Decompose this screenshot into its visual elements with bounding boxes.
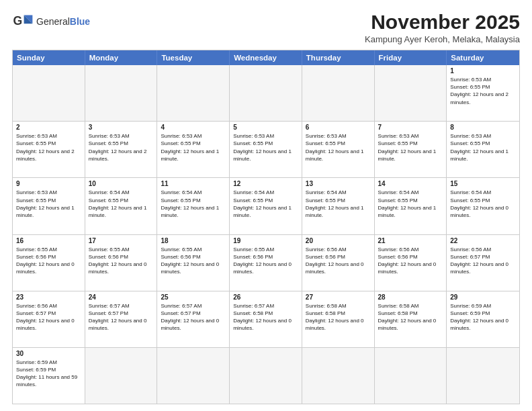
calendar-row-2: 2Sunrise: 6:53 AM Sunset: 6:55 PM Daylig… (13, 122, 519, 178)
day-number: 13 (306, 180, 371, 187)
day-info: Sunrise: 6:57 AM Sunset: 6:57 PM Dayligh… (89, 302, 154, 332)
day-number: 22 (450, 237, 516, 244)
header: G GeneralBlue November 2025 Kampung Ayer… (12, 11, 520, 44)
day-cell-15: 15Sunrise: 6:54 AM Sunset: 6:55 PM Dayli… (447, 178, 519, 234)
day-cell-5: 5Sunrise: 6:53 AM Sunset: 6:55 PM Daylig… (230, 122, 302, 177)
day-number: 26 (233, 293, 298, 301)
day-cell-25: 25Sunrise: 6:57 AM Sunset: 6:57 PM Dayli… (157, 291, 230, 347)
day-number: 27 (306, 293, 371, 301)
day-info: Sunrise: 6:54 AM Sunset: 6:55 PM Dayligh… (306, 189, 371, 219)
day-header-thursday: Thursday (302, 50, 375, 65)
calendar-body: 1Sunrise: 6:53 AM Sunset: 6:55 PM Daylig… (13, 65, 519, 404)
day-number: 29 (450, 293, 516, 301)
logo-text: GeneralBlue (36, 16, 90, 28)
day-number: 10 (89, 180, 154, 187)
day-cell-21: 21Sunrise: 6:56 AM Sunset: 6:56 PM Dayli… (375, 235, 447, 291)
day-info: Sunrise: 6:56 AM Sunset: 6:56 PM Dayligh… (306, 246, 371, 276)
day-cell-24: 24Sunrise: 6:57 AM Sunset: 6:57 PM Dayli… (85, 291, 158, 347)
empty-cell (157, 348, 230, 404)
day-cell-28: 28Sunrise: 6:58 AM Sunset: 6:58 PM Dayli… (375, 291, 447, 347)
day-cell-1: 1Sunrise: 6:53 AM Sunset: 6:55 PM Daylig… (447, 65, 519, 121)
empty-cell (302, 348, 375, 404)
day-cell-8: 8Sunrise: 6:53 AM Sunset: 6:55 PM Daylig… (447, 122, 519, 177)
day-number: 18 (161, 237, 226, 244)
day-info: Sunrise: 6:53 AM Sunset: 6:55 PM Dayligh… (378, 132, 443, 163)
empty-cell (302, 65, 375, 121)
day-cell-10: 10Sunrise: 6:54 AM Sunset: 6:55 PM Dayli… (85, 178, 158, 234)
day-number: 15 (450, 180, 516, 187)
day-info: Sunrise: 6:55 AM Sunset: 6:56 PM Dayligh… (16, 246, 81, 276)
day-header-wednesday: Wednesday (230, 50, 302, 65)
day-cell-13: 13Sunrise: 6:54 AM Sunset: 6:55 PM Dayli… (302, 178, 375, 234)
day-cell-6: 6Sunrise: 6:53 AM Sunset: 6:55 PM Daylig… (302, 122, 375, 177)
day-number: 1 (450, 67, 516, 75)
day-number: 19 (233, 237, 298, 244)
day-cell-4: 4Sunrise: 6:53 AM Sunset: 6:55 PM Daylig… (157, 122, 230, 177)
day-info: Sunrise: 6:58 AM Sunset: 6:58 PM Dayligh… (306, 302, 371, 332)
day-info: Sunrise: 6:56 AM Sunset: 6:57 PM Dayligh… (450, 246, 516, 276)
day-cell-26: 26Sunrise: 6:57 AM Sunset: 6:58 PM Dayli… (230, 291, 302, 347)
day-number: 3 (89, 124, 154, 131)
day-number: 23 (16, 293, 81, 301)
day-info: Sunrise: 6:54 AM Sunset: 6:55 PM Dayligh… (161, 189, 226, 219)
empty-cell (375, 65, 447, 121)
day-info: Sunrise: 6:54 AM Sunset: 6:55 PM Dayligh… (450, 189, 516, 219)
day-cell-2: 2Sunrise: 6:53 AM Sunset: 6:55 PM Daylig… (13, 122, 85, 177)
day-number: 25 (161, 293, 226, 301)
day-cell-30: 30Sunrise: 6:59 AM Sunset: 6:59 PM Dayli… (13, 348, 85, 404)
empty-cell (447, 348, 519, 404)
day-cell-17: 17Sunrise: 6:55 AM Sunset: 6:56 PM Dayli… (85, 235, 158, 291)
day-info: Sunrise: 6:57 AM Sunset: 6:58 PM Dayligh… (233, 302, 298, 332)
generalblue-logo-icon: G (12, 11, 34, 32)
day-number: 11 (161, 180, 226, 187)
day-cell-18: 18Sunrise: 6:55 AM Sunset: 6:56 PM Dayli… (157, 235, 230, 291)
day-info: Sunrise: 6:59 AM Sunset: 6:59 PM Dayligh… (450, 302, 516, 332)
day-header-saturday: Saturday (447, 50, 519, 65)
day-info: Sunrise: 6:53 AM Sunset: 6:55 PM Dayligh… (450, 132, 516, 163)
calendar-row-4: 16Sunrise: 6:55 AM Sunset: 6:56 PM Dayli… (13, 235, 519, 291)
day-info: Sunrise: 6:53 AM Sunset: 6:55 PM Dayligh… (450, 76, 516, 106)
day-cell-9: 9Sunrise: 6:53 AM Sunset: 6:55 PM Daylig… (13, 178, 85, 234)
day-cell-3: 3Sunrise: 6:53 AM Sunset: 6:55 PM Daylig… (85, 122, 158, 177)
day-header-tuesday: Tuesday (157, 50, 230, 65)
day-cell-11: 11Sunrise: 6:54 AM Sunset: 6:55 PM Dayli… (157, 178, 230, 234)
day-number: 5 (233, 124, 298, 131)
day-info: Sunrise: 6:59 AM Sunset: 6:59 PM Dayligh… (16, 359, 81, 389)
day-number: 4 (161, 124, 226, 131)
day-cell-16: 16Sunrise: 6:55 AM Sunset: 6:56 PM Dayli… (13, 235, 85, 291)
month-title: November 2025 (365, 11, 520, 33)
day-info: Sunrise: 6:53 AM Sunset: 6:55 PM Dayligh… (16, 189, 81, 219)
day-cell-14: 14Sunrise: 6:54 AM Sunset: 6:55 PM Dayli… (375, 178, 447, 234)
day-info: Sunrise: 6:55 AM Sunset: 6:56 PM Dayligh… (233, 246, 298, 276)
day-cell-23: 23Sunrise: 6:56 AM Sunset: 6:57 PM Dayli… (13, 291, 85, 347)
day-number: 2 (16, 124, 81, 131)
day-cell-20: 20Sunrise: 6:56 AM Sunset: 6:56 PM Dayli… (302, 235, 375, 291)
day-cell-27: 27Sunrise: 6:58 AM Sunset: 6:58 PM Dayli… (302, 291, 375, 347)
day-info: Sunrise: 6:58 AM Sunset: 6:58 PM Dayligh… (378, 302, 443, 332)
day-number: 16 (16, 237, 81, 244)
day-header-sunday: Sunday (13, 50, 85, 65)
day-info: Sunrise: 6:55 AM Sunset: 6:56 PM Dayligh… (89, 246, 154, 276)
day-cell-19: 19Sunrise: 6:55 AM Sunset: 6:56 PM Dayli… (230, 235, 302, 291)
day-number: 8 (450, 124, 516, 131)
calendar-row-1: 1Sunrise: 6:53 AM Sunset: 6:55 PM Daylig… (13, 65, 519, 122)
svg-text:G: G (13, 14, 23, 28)
calendar-header: SundayMondayTuesdayWednesdayThursdayFrid… (13, 50, 519, 65)
day-cell-12: 12Sunrise: 6:54 AM Sunset: 6:55 PM Dayli… (230, 178, 302, 234)
day-info: Sunrise: 6:53 AM Sunset: 6:55 PM Dayligh… (16, 132, 81, 163)
day-number: 17 (89, 237, 154, 244)
empty-cell (157, 65, 230, 121)
day-info: Sunrise: 6:54 AM Sunset: 6:55 PM Dayligh… (89, 189, 154, 219)
day-info: Sunrise: 6:57 AM Sunset: 6:57 PM Dayligh… (161, 302, 226, 332)
day-info: Sunrise: 6:54 AM Sunset: 6:55 PM Dayligh… (378, 189, 443, 219)
day-info: Sunrise: 6:53 AM Sunset: 6:55 PM Dayligh… (161, 132, 226, 163)
day-number: 9 (16, 180, 81, 187)
day-info: Sunrise: 6:53 AM Sunset: 6:55 PM Dayligh… (233, 132, 298, 163)
day-info: Sunrise: 6:53 AM Sunset: 6:55 PM Dayligh… (306, 132, 371, 163)
day-info: Sunrise: 6:55 AM Sunset: 6:56 PM Dayligh… (161, 246, 226, 276)
empty-cell (230, 348, 302, 404)
calendar: SundayMondayTuesdayWednesdayThursdayFrid… (12, 50, 520, 404)
empty-cell (13, 65, 85, 121)
logo: G GeneralBlue (12, 11, 90, 32)
day-number: 24 (89, 293, 154, 301)
